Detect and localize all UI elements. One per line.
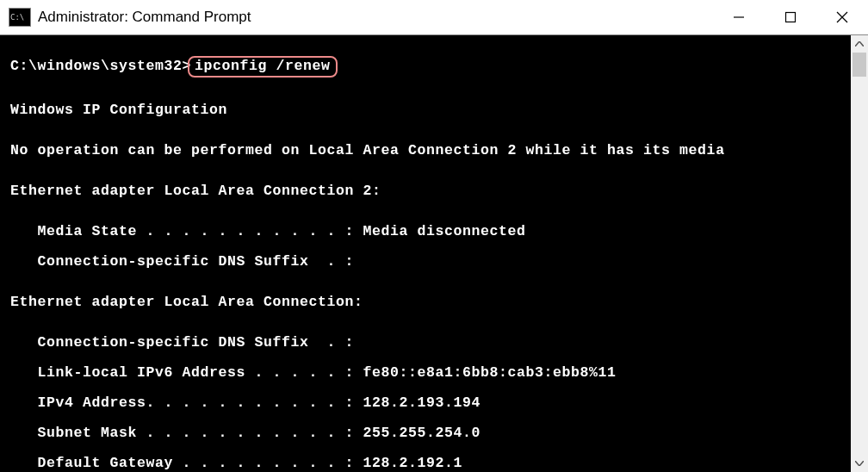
scroll-thumb[interactable] <box>852 53 866 77</box>
adapter2-suffix: Connection-specific DNS Suffix . : <box>10 255 844 270</box>
svg-rect-1 <box>786 13 796 22</box>
close-button[interactable] <box>816 0 868 34</box>
terminal-output[interactable]: C:\windows\system32>ipconfig /renew Wind… <box>0 35 851 472</box>
adapter1-mask: Subnet Mask . . . . . . . . . . . : 255.… <box>10 426 844 441</box>
adapter1-ipv4: IPv4 Address. . . . . . . . . . . : 128.… <box>10 396 844 411</box>
adapter2-media: Media State . . . . . . . . . . . : Medi… <box>10 225 844 239</box>
window-title: Administrator: Command Prompt <box>38 9 251 26</box>
adapter1-ipv6: Link-local IPv6 Address . . . . . : fe80… <box>10 366 844 381</box>
adapter1-title: Ethernet adapter Local Area Connection: <box>10 295 844 310</box>
adapter2-title: Ethernet adapter Local Area Connection 2… <box>10 184 844 199</box>
client-area: C:\windows\system32>ipconfig /renew Wind… <box>0 34 868 472</box>
maximize-button[interactable] <box>765 0 816 34</box>
highlighted-command: ipconfig /renew <box>188 56 338 78</box>
adapter1-gateway: Default Gateway . . . . . . . . . : 128.… <box>10 456 844 471</box>
scroll-up-button[interactable] <box>851 35 868 53</box>
scroll-down-button[interactable] <box>851 455 868 472</box>
cmd-icon: C:\ <box>9 8 31 27</box>
prompt-path: C:\windows\system32> <box>10 58 191 74</box>
noop-message: No operation can be performed on Local A… <box>10 144 844 158</box>
config-header: Windows IP Configuration <box>10 103 844 118</box>
adapter1-suffix: Connection-specific DNS Suffix . : <box>10 336 844 351</box>
window-controls <box>713 0 868 34</box>
vertical-scrollbar[interactable] <box>851 35 868 472</box>
titlebar: C:\ Administrator: Command Prompt <box>0 0 868 34</box>
minimize-button[interactable] <box>713 0 765 34</box>
